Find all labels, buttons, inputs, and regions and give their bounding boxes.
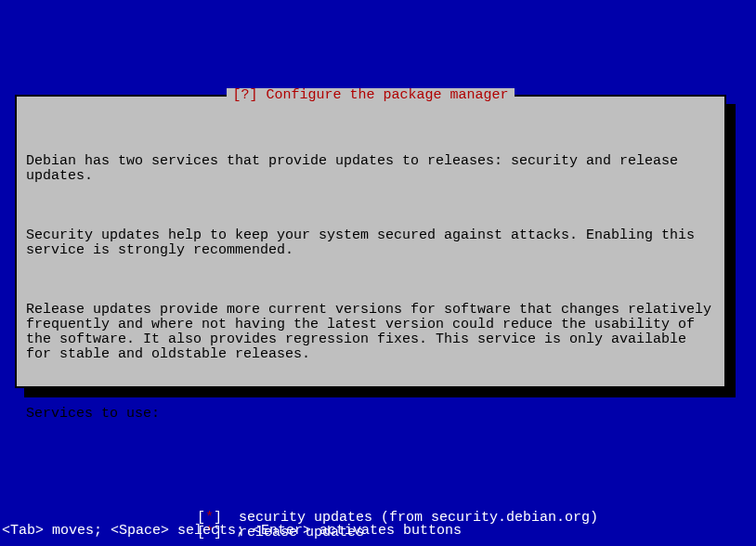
dialog-title: [?] Configure the package manager bbox=[227, 88, 514, 103]
services-prompt: Services to use: bbox=[26, 407, 715, 422]
intro-text-3: Release updates provide more current ver… bbox=[26, 303, 715, 362]
keybinding-hint: <Tab> moves; <Space> selects; <Enter> ac… bbox=[2, 524, 462, 539]
intro-text-2: Security updates help to keep your syste… bbox=[26, 228, 715, 258]
dialog-shadow-right bbox=[726, 104, 736, 397]
intro-text-1: Debian has two services that provide upd… bbox=[26, 154, 715, 184]
configure-package-manager-dialog: [?] Configure the package manager Debian… bbox=[15, 95, 726, 388]
